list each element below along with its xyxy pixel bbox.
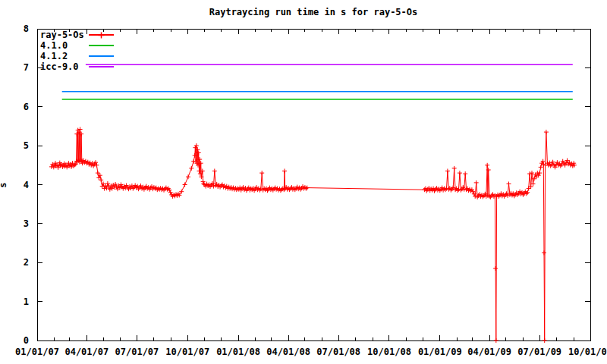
x-tick-label: 04/01/07 bbox=[64, 347, 109, 357]
y-tick-label: 4 bbox=[24, 180, 29, 190]
x-tick-label: 04/01/08 bbox=[266, 347, 310, 357]
legend-label-4-1-0: 4.1.0 bbox=[40, 40, 68, 51]
x-tick-label: 01/01/09 bbox=[418, 347, 462, 357]
y-tick-label: 8 bbox=[24, 24, 29, 34]
x-tick-label: 10/01/07 bbox=[165, 347, 209, 357]
legend-label-ray-5-os: ray-5-Os bbox=[40, 30, 84, 40]
y-tick-label: 6 bbox=[24, 102, 29, 112]
y-tick-label: 7 bbox=[24, 62, 29, 73]
chart-title: Raytraycing run time in s for ray-5-Os bbox=[209, 7, 418, 17]
legend-sample-line-icc-9-0 bbox=[89, 66, 114, 67]
raytracing-runtime-chart: 01/01/0704/01/0707/01/0710/01/0701/01/08… bbox=[0, 0, 607, 364]
x-tick-label: 07/01/08 bbox=[316, 347, 360, 357]
plot-canvas: 01/01/0704/01/0707/01/0710/01/0701/01/08… bbox=[0, 0, 607, 364]
series-layer bbox=[49, 64, 577, 343]
x-tick-label: 10/01/09 bbox=[568, 347, 607, 357]
x-tick-label: 01/01/07 bbox=[15, 347, 59, 357]
y-tick-label: 5 bbox=[24, 140, 29, 151]
legend-sample-line-4-1-2 bbox=[89, 55, 114, 57]
x-tick-label: 01/01/08 bbox=[216, 347, 260, 357]
y-tick-label: 0 bbox=[24, 335, 29, 346]
y-tick-label: 3 bbox=[24, 218, 29, 229]
x-tick-label: 07/01/07 bbox=[115, 347, 159, 357]
y-tick-label: 2 bbox=[24, 257, 29, 268]
series-markers-ray-5-Os bbox=[49, 127, 577, 344]
plus-marker-icon bbox=[97, 31, 105, 39]
legend-label-icc-9-0: icc-9.0 bbox=[40, 61, 79, 72]
y-axis-label: s bbox=[0, 170, 8, 200]
legend-label-4-1-2: 4.1.2 bbox=[40, 51, 68, 61]
series-line-ray-5-Os bbox=[52, 130, 574, 341]
x-tick-label: 04/01/09 bbox=[467, 347, 511, 357]
y-tick-label: 1 bbox=[24, 297, 29, 307]
tick-labels-layer: 01/01/0704/01/0707/01/0710/01/0701/01/08… bbox=[15, 24, 607, 357]
legend-sample-line-4-1-0 bbox=[89, 45, 114, 46]
x-tick-label: 10/01/08 bbox=[367, 347, 411, 357]
x-tick-label: 07/01/09 bbox=[517, 347, 561, 357]
